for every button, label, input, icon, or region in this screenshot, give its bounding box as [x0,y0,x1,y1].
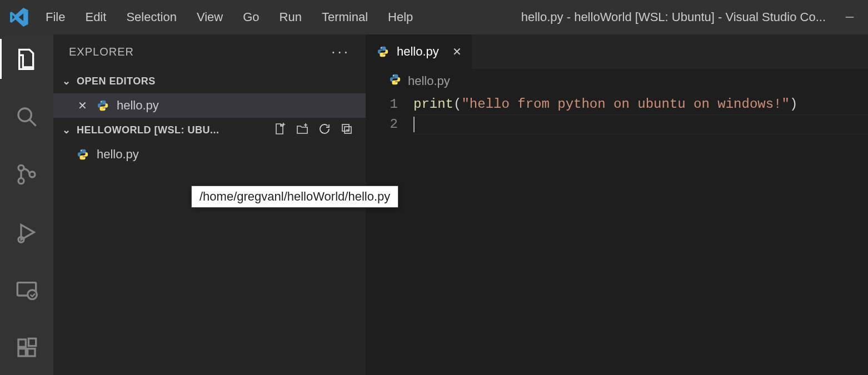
new-file-icon[interactable] [273,122,287,138]
file-path-tooltip: /home/gregvanl/helloWorld/hello.py [191,186,398,208]
menu-selection[interactable]: Selection [116,7,187,28]
text-cursor [413,117,415,132]
code-line[interactable]: print("hello from python on ubuntu on wi… [413,94,868,114]
source-control-icon[interactable] [13,161,40,188]
sidebar-title-label: EXPLORER [69,46,134,58]
code-line[interactable] [413,114,868,134]
editor-area: hello.py ✕ hello.py 1 2 print("hello fro… [366,34,868,375]
menu-file[interactable]: File [36,7,75,28]
open-editor-item-label: hello.py [117,98,159,113]
breadcrumb[interactable]: hello.py [366,69,868,93]
editor-tabs: hello.py ✕ [366,34,868,69]
code-editor[interactable]: 1 2 print("hello from python on ubuntu o… [366,93,868,375]
window-minimize-button[interactable] [837,6,862,28]
open-editor-item[interactable]: ✕ hello.py [53,93,366,118]
file-tree-item[interactable]: hello.py [53,142,366,167]
explorer-icon[interactable] [13,46,40,72]
line-number: 2 [366,114,398,134]
vscode-logo-icon [10,8,29,27]
workspace-label: HELLOWORLD [WSL: UBU... [77,124,269,136]
close-icon[interactable]: ✕ [76,99,89,112]
breadcrumb-label: hello.py [408,74,450,88]
workspace-header[interactable]: ⌄ HELLOWORLD [WSL: UBU... [53,118,366,142]
menu-go[interactable]: Go [233,7,269,28]
line-number: 1 [366,94,398,114]
search-icon[interactable] [13,103,40,130]
refresh-icon[interactable] [318,122,331,138]
menu-terminal[interactable]: Terminal [312,7,378,28]
activity-bar [0,34,53,375]
remote-explorer-icon[interactable] [13,277,40,303]
menu-edit[interactable]: Edit [75,7,116,28]
menu-help[interactable]: Help [378,7,423,28]
open-editors-header[interactable]: ⌄ OPEN EDITORS [53,69,366,93]
sidebar: EXPLORER ··· ⌄ OPEN EDITORS ✕ hello.py ⌄… [53,34,366,375]
python-file-icon [96,99,110,112]
sidebar-more-icon[interactable]: ··· [331,43,350,61]
editor-tab[interactable]: hello.py ✕ [366,34,472,69]
run-debug-icon[interactable] [13,219,40,246]
chevron-down-icon: ⌄ [60,75,72,87]
python-file-icon [389,73,401,89]
menubar: File Edit Selection View Go Run Terminal… [36,7,423,28]
python-file-icon [377,46,389,58]
new-folder-icon[interactable] [296,122,309,138]
open-editors-label: OPEN EDITORS [77,76,156,87]
window-title: hello.py - helloWorld [WSL: Ubuntu] - Vi… [423,10,837,24]
close-icon[interactable]: ✕ [447,45,462,58]
line-number-gutter: 1 2 [366,94,413,375]
file-tree-item-label: hello.py [97,147,139,162]
editor-tab-label: hello.py [397,44,439,59]
menu-view[interactable]: View [187,7,233,28]
titlebar: File Edit Selection View Go Run Terminal… [0,0,868,34]
sidebar-title: EXPLORER ··· [53,34,366,69]
python-file-icon [76,148,90,161]
extensions-icon[interactable] [13,334,40,361]
chevron-down-icon: ⌄ [60,124,72,136]
code-lines[interactable]: print("hello from python on ubuntu on wi… [413,94,868,375]
menu-run[interactable]: Run [270,7,312,28]
collapse-all-icon[interactable] [340,122,353,138]
